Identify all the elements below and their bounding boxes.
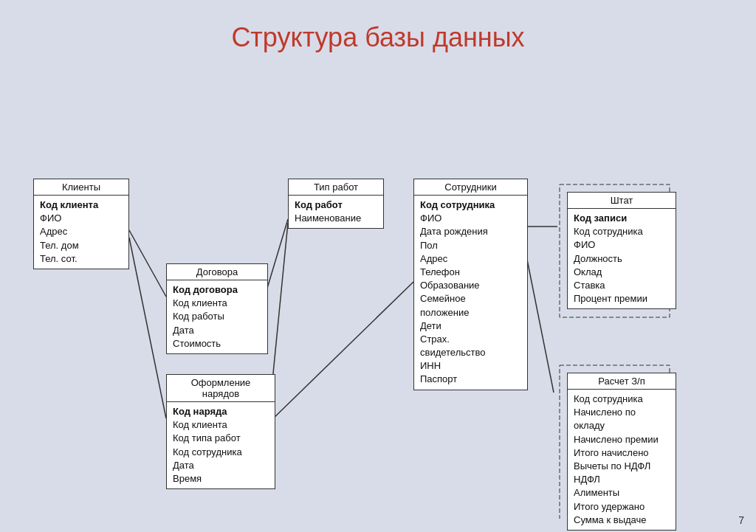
field-rasch-ndfl2: НДФЛ [574,473,670,486]
field-sot-fio: ФИО [420,212,521,225]
field-clients-tel-dom: Тел. дом [40,239,123,252]
svg-line-1 [129,238,166,418]
table-oformlenie-title: Оформление нарядов [167,375,275,402]
table-raschet: Расчет З/п Код сотрудника Начислено по о… [567,373,676,531]
field-sot-strakh: Страх. [420,333,521,346]
field-sot-pk: Код сотрудника [420,198,521,212]
field-shtat-oklad: Оклад [574,266,670,279]
field-shtat-premium: Процент премии [574,292,670,305]
table-tipy-rabot-body: Код работ Наименование [289,196,383,228]
table-sotrudniki-body: Код сотрудника ФИО Дата рождения Пол Адр… [414,196,527,390]
page-title: Структура базы данных [0,0,756,68]
field-dog-client: Код клиента [173,297,261,310]
field-sot-family: Семейное [420,292,521,305]
field-shtat-dolj: Должность [574,252,670,266]
table-oformlenie: Оформление нарядов Код наряда Код клиент… [166,374,275,489]
field-rasch-sot: Код сотрудника [574,393,670,406]
table-sotrudniki-title: Сотрудники [414,179,527,196]
field-naryad-pk: Код наряда [173,405,269,418]
field-rasch-sum: Сумма к выдаче [574,514,670,527]
field-sot-passport: Паспорт [420,373,521,386]
table-dogovora: Договора Код договора Код клиента Код ра… [166,263,268,354]
field-rasch-aliment: Алименты [574,486,670,500]
table-clients: Клиенты Код клиента ФИО Адрес Тел. дом Т… [33,179,129,269]
field-sot-tel: Телефон [420,266,521,279]
field-rasch-premium: Начислено премии [574,433,670,446]
field-naryad-time: Время [173,472,269,486]
field-sot-inn: ИНН [420,359,521,373]
field-dog-date: Дата [173,324,261,337]
table-clients-title: Клиенты [34,179,128,196]
field-shtat-pk: Код записи [574,212,670,225]
field-sot-strakh2: свидетельство [420,346,521,359]
table-shtat-title: Штат [568,193,676,209]
field-rasch-total: Итого начислено [574,446,670,460]
field-sot-edu: Образование [420,279,521,292]
table-shtat: Штат Код записи Код сотрудника ФИО Должн… [567,192,676,309]
field-shtat-stavka: Ставка [574,279,670,292]
field-rasch-oklad2: окладу [574,419,670,432]
field-naryad-tipwork: Код типа работ [173,432,269,445]
field-naryad-sot: Код сотрудника [173,446,269,459]
field-dog-cost: Стоимость [173,337,261,350]
table-dogovora-title: Договора [167,264,267,280]
table-raschet-title: Расчет З/п [568,373,676,390]
field-sot-children: Дети [420,319,521,333]
table-dogovora-body: Код договора Код клиента Код работы Дата… [167,280,267,353]
svg-line-4 [269,282,413,422]
field-clients-pk: Код клиента [40,198,123,212]
field-clients-fio: ФИО [40,212,123,225]
field-dog-work: Код работы [173,310,261,323]
table-shtat-body: Код записи Код сотрудника ФИО Должность … [568,209,676,308]
table-tipy-rabot-title: Тип работ [289,179,383,196]
page-number: 7 [738,514,744,526]
field-clients-tel-sot: Тел. сот. [40,252,123,266]
field-shtat-fio: ФИО [574,238,670,252]
table-sotrudniki: Сотрудники Код сотрудника ФИО Дата рожде… [413,179,528,390]
field-shtat-sot: Код сотрудника [574,225,670,238]
svg-line-0 [129,230,166,297]
field-naryad-client: Код клиента [173,418,269,432]
field-dog-pk: Код договора [173,283,261,297]
field-sot-bday: Дата рождения [420,225,521,238]
field-sot-pol: Пол [420,239,521,252]
field-clients-adres: Адрес [40,225,123,238]
field-rasch-hold: Итого удержано [574,500,670,514]
field-rasch-ndfl: Вычеты по НДФЛ [574,460,670,473]
table-clients-body: Код клиента ФИО Адрес Тел. дом Тел. сот. [34,196,128,269]
table-raschet-body: Код сотрудника Начислено по окладу Начис… [568,390,676,530]
table-oformlenie-body: Код наряда Код клиента Код типа работ Ко… [167,402,275,488]
svg-line-6 [524,245,554,393]
field-naryad-date: Дата [173,459,269,472]
field-sot-adres: Адрес [420,252,521,266]
field-tipy-rabot-pk: Код работ [295,198,377,212]
table-tipy-rabot: Тип работ Код работ Наименование [288,179,384,229]
svg-line-2 [266,219,288,293]
field-sot-family2: положение [420,306,521,319]
field-tipy-rabot-name: Наименование [295,212,377,225]
field-rasch-oklad: Начислено по [574,406,670,419]
